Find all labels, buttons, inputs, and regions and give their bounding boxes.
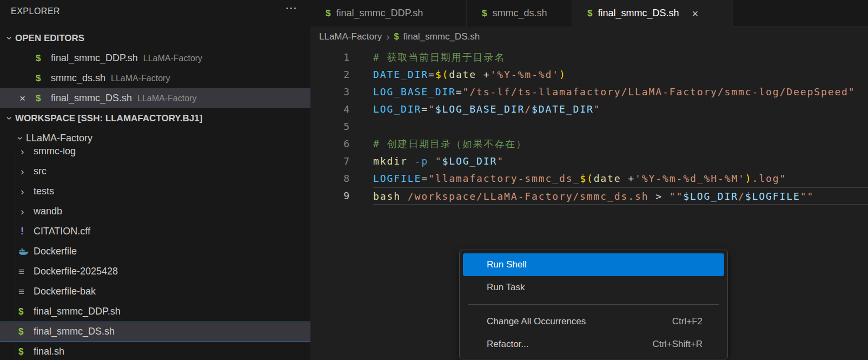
breadcrumb-file[interactable]: final_smmc_DS.sh [403,31,480,42]
code-token: # 获取当前日期用于目录名 [373,51,505,63]
code-token: LOGFILE [373,173,421,184]
open-editors-label: OPEN EDITORS [15,33,84,44]
chevron-right-icon: › [18,166,34,176]
code-token: LOG_BASE_DIR [373,86,456,97]
tree-item[interactable]: $final_smmc_DS.sh [0,322,310,342]
line-number: 6 [310,135,349,153]
tab-strip: $final_smmc_DDP.sh$smmc_ds.sh$final_smmc… [310,0,868,27]
code-token: > [655,191,669,202]
open-editor-name: final_smmc_DDP.sh [51,53,138,64]
line-content: mkdir -p "$LOG_DIR" [373,153,868,170]
line-number: 9 [310,187,349,205]
code-token: '%Y-%m-%d' [491,69,559,80]
shell-icon: $ [587,8,592,19]
more-actions-icon[interactable]: ⋯ [285,1,297,15]
shell-icon: $ [18,346,34,357]
code-token: -p [414,155,428,167]
line-content: # 创建日期目录（如果不存在） [373,135,868,153]
menu-separator [468,304,719,305]
code-line[interactable]: 2DATE_DIR=$(date +'%Y-%m-%d') [310,66,868,83]
code-line[interactable]: 9bash /workspace/LLaMA-Factory/smmc_ds.s… [310,187,868,205]
open-editor-item[interactable]: $final_smmc_DDP.shLLaMA-Factory [0,48,310,68]
open-editor-item[interactable]: ×$final_smmc_DS.shLLaMA-Factory [0,88,310,108]
context-menu: Run ShellRun TaskChange All OccurrencesC… [459,250,728,359]
tree-item[interactable]: Dockerfile [0,241,310,261]
code-line[interactable]: 8LOGFILE="llamafactory-smmc_ds_$(date +'… [310,170,868,187]
menu-item-shortcut: Ctrl+Shift+R [652,339,703,350]
tree-item[interactable]: ›src [0,161,310,181]
tab-label: final_smmc_DS.sh [598,8,679,19]
close-icon[interactable]: × [692,8,699,19]
menu-item[interactable]: Run Task [463,276,724,299]
menu-item-label: Run Shell [487,259,527,270]
tree-item-name: Dockerfile [34,246,77,257]
code-token: $LOG_BASE_DIR [435,103,525,115]
tree-item[interactable]: ›smmc-log [0,148,310,161]
code-line[interactable]: 4LOG_DIR="$LOG_BASE_DIR/$DATE_DIR" [310,101,868,118]
code-token: $LOG_DIR [683,191,738,202]
code-token: / [738,191,745,202]
file-icon: ≡ [18,266,34,278]
tree-item[interactable]: !CITATION.cff [0,221,310,241]
open-editors-list: $final_smmc_DDP.shLLaMA-Factory$smmc_ds.… [0,48,310,108]
shell-icon: $ [18,306,34,317]
tree-item[interactable]: ≡Dockerfile-2025428 [0,261,310,282]
code-token: '%Y-%m-%d_%H-%M' [635,173,745,184]
breadcrumb: LLaMA-Factory › $ final_smmc_DS.sh [310,27,868,47]
workspace-header[interactable]: › WORKSPACE [SSH: LLAMAFACTORY.BJ1] [0,108,310,128]
open-editor-badge: LLaMA-Factory [137,94,196,103]
code-token: LOG_DIR [373,103,421,115]
code-token: $LOGFILE [745,191,800,202]
menu-item[interactable]: Change All OccurrencesCtrl+F2 [463,310,724,333]
sidebar-title-row: EXPLORER ⋯ [0,0,310,28]
code-line[interactable]: 3LOG_BASE_DIR="/ts-lf/ts-llamafactory/LL… [310,83,868,101]
tree-item[interactable]: ›wandb [0,201,310,221]
code-token [408,155,415,167]
line-content [373,118,868,135]
code-token: ) [745,173,752,184]
tree-item[interactable]: ≡Dockerfile-bak [0,282,310,302]
code-line[interactable]: 6# 创建日期目录（如果不存在） [310,135,868,153]
shell-icon: $ [18,326,34,337]
file-tree: ›smmc-log ›src›tests›wandb!CITATION.cff … [0,148,310,360]
tab-smmc_ds.sh[interactable]: $smmc_ds.sh [467,0,572,27]
code-token: date [594,173,621,184]
menu-item[interactable]: Run Shell [463,253,724,276]
code-line[interactable]: 5 [310,118,868,135]
tab-final_smmc_DS.sh[interactable]: $final_smmc_DS.sh× [572,0,733,27]
open-editor-item[interactable]: $smmc_ds.shLLaMA-Factory [0,68,310,88]
menu-item[interactable]: Refactor...Ctrl+Shift+R [463,333,724,356]
breadcrumb-folder[interactable]: LLaMA-Factory [319,31,382,42]
open-editor-badge: LLaMA-Factory [143,54,202,63]
close-icon[interactable]: × [19,93,36,104]
shell-icon: $ [36,73,51,84]
shell-icon: $ [36,93,51,104]
line-content: LOGFILE="llamafactory-smmc_ds_$(date +'%… [373,170,868,187]
tree-item[interactable]: $final.sh [0,342,310,360]
line-content: LOG_BASE_DIR="/ts-lf/ts-llamafactory/LLa… [373,83,868,101]
chevron-down-icon: › [16,133,26,143]
code-line[interactable]: 7mkdir -p "$LOG_DIR" [310,153,868,170]
code-line[interactable]: 1# 获取当前日期用于目录名 [310,49,868,66]
shell-icon: $ [36,53,51,64]
open-editors-header[interactable]: › OPEN EDITORS [0,28,310,48]
chevron-right-icon: › [18,206,34,217]
code-editor[interactable]: 1# 获取当前日期用于目录名2DATE_DIR=$(date +'%Y-%m-%… [310,47,868,205]
tree-item-name: smmc-log [34,148,76,157]
open-editor-badge: LLaMA-Factory [111,74,170,83]
tree-item[interactable]: ›tests [0,181,310,201]
menu-item-shortcut: Ctrl+F2 [672,316,703,327]
explorer-sidebar: EXPLORER ⋯ › OPEN EDITORS $final_smmc_DD… [0,0,310,360]
code-token: = [456,86,463,97]
tree-root-folder[interactable]: › LLaMA-Factory [0,128,310,148]
tab-final_smmc_DDP.sh[interactable]: $final_smmc_DDP.sh [310,0,467,27]
tree-item-name: final_smmc_DS.sh [34,326,115,337]
line-content: bash /workspace/LLaMA-Factory/smmc_ds.sh… [373,187,868,205]
tree-item-name: final_smmc_DDP.sh [34,306,121,317]
code-token: "/ts-lf/ts-llamafactory/LLaMA-Factory/sm… [463,86,856,97]
chevron-down-icon: › [5,113,15,124]
code-token: " [435,155,442,167]
tree-item[interactable]: $final_smmc_DDP.sh [0,302,310,322]
code-token: DATE_DIR [373,69,428,80]
workspace-label: WORKSPACE [SSH: LLAMAFACTORY.BJ1] [15,113,202,124]
